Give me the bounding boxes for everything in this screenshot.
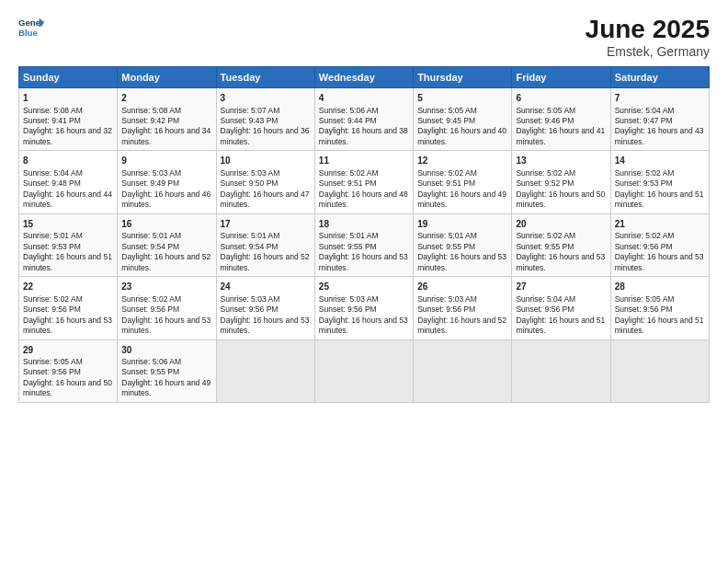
sunset-text: Sunset: 9:43 PM	[221, 116, 279, 125]
sunset-text: Sunset: 9:42 PM	[121, 116, 179, 125]
daylight-text: Daylight: 16 hours and 48 minutes.	[319, 190, 408, 209]
sunrise-text: Sunrise: 5:07 AM	[221, 106, 280, 115]
daylight-text: Daylight: 16 hours and 47 minutes.	[221, 190, 310, 209]
calendar-cell	[216, 339, 314, 402]
calendar-cell: 18Sunrise: 5:01 AMSunset: 9:55 PMDayligh…	[314, 213, 413, 276]
calendar-week-4: 22Sunrise: 5:02 AMSunset: 9:56 PMDayligh…	[19, 277, 710, 339]
sunset-text: Sunset: 9:56 PM	[221, 304, 279, 314]
col-sunday: Sunday	[19, 67, 118, 88]
day-number: 10	[221, 155, 311, 167]
col-saturday: Saturday	[610, 67, 709, 88]
sunrise-text: Sunrise: 5:01 AM	[319, 231, 379, 240]
daylight-text: Daylight: 16 hours and 52 minutes.	[121, 252, 210, 271]
daylight-text: Daylight: 16 hours and 50 minutes.	[23, 378, 112, 397]
calendar-cell: 5Sunrise: 5:05 AMSunset: 9:45 PMDaylight…	[414, 88, 512, 151]
day-number: 30	[121, 344, 211, 357]
sunset-text: Sunset: 9:54 PM	[121, 242, 179, 251]
daylight-text: Daylight: 16 hours and 49 minutes.	[417, 190, 506, 209]
daylight-text: Daylight: 16 hours and 53 minutes.	[221, 316, 310, 335]
calendar-cell: 3Sunrise: 5:07 AMSunset: 9:43 PMDaylight…	[216, 88, 314, 151]
daylight-text: Daylight: 16 hours and 46 minutes.	[121, 190, 210, 209]
sunset-text: Sunset: 9:56 PM	[615, 304, 673, 314]
col-wednesday: Wednesday	[314, 67, 413, 88]
day-number: 21	[615, 218, 705, 231]
sunset-text: Sunset: 9:55 PM	[121, 367, 179, 376]
day-number: 8	[23, 155, 113, 167]
daylight-text: Daylight: 16 hours and 51 minutes.	[23, 252, 112, 271]
calendar-cell: 16Sunrise: 5:01 AMSunset: 9:54 PMDayligh…	[118, 213, 216, 276]
sunset-text: Sunset: 9:49 PM	[121, 178, 179, 188]
sunset-text: Sunset: 9:51 PM	[319, 178, 377, 188]
sunset-text: Sunset: 9:55 PM	[516, 242, 574, 251]
sunrise-text: Sunrise: 5:02 AM	[516, 231, 575, 240]
header-row: Sunday Monday Tuesday Wednesday Thursday…	[19, 67, 710, 88]
calendar-cell: 15Sunrise: 5:01 AMSunset: 9:53 PMDayligh…	[19, 213, 118, 276]
sunset-text: Sunset: 9:53 PM	[23, 242, 81, 251]
sunrise-text: Sunrise: 5:03 AM	[221, 294, 280, 304]
sunset-text: Sunset: 9:53 PM	[615, 178, 673, 188]
day-number: 19	[417, 218, 507, 231]
title-block: June 2025 Emstek, Germany	[586, 15, 710, 59]
sunset-text: Sunset: 9:41 PM	[23, 116, 81, 125]
day-number: 29	[23, 344, 113, 357]
sunset-text: Sunset: 9:56 PM	[23, 367, 81, 376]
day-number: 13	[516, 155, 606, 167]
daylight-text: Daylight: 16 hours and 41 minutes.	[516, 126, 605, 145]
sunrise-text: Sunrise: 5:02 AM	[121, 294, 181, 304]
day-number: 22	[23, 281, 113, 293]
day-number: 4	[319, 92, 409, 105]
sunset-text: Sunset: 9:56 PM	[23, 304, 81, 314]
page-subtitle: Emstek, Germany	[586, 44, 710, 59]
day-number: 12	[417, 155, 507, 167]
col-tuesday: Tuesday	[216, 67, 314, 88]
day-number: 17	[221, 218, 311, 231]
calendar-cell: 6Sunrise: 5:05 AMSunset: 9:46 PMDaylight…	[512, 88, 610, 151]
day-number: 15	[23, 218, 113, 231]
calendar-cell: 20Sunrise: 5:02 AMSunset: 9:55 PMDayligh…	[512, 213, 610, 276]
daylight-text: Daylight: 16 hours and 53 minutes.	[516, 252, 605, 271]
day-number: 28	[615, 281, 705, 293]
sunrise-text: Sunrise: 5:02 AM	[23, 294, 83, 304]
calendar-cell	[414, 339, 512, 402]
calendar-cell: 8Sunrise: 5:04 AMSunset: 9:48 PMDaylight…	[19, 151, 118, 213]
calendar-cell: 26Sunrise: 5:03 AMSunset: 9:56 PMDayligh…	[414, 277, 512, 339]
daylight-text: Daylight: 16 hours and 44 minutes.	[23, 190, 112, 209]
sunrise-text: Sunrise: 5:04 AM	[23, 168, 83, 178]
sunset-text: Sunset: 9:51 PM	[417, 178, 475, 188]
sunset-text: Sunset: 9:56 PM	[516, 304, 574, 314]
sunrise-text: Sunrise: 5:04 AM	[516, 294, 575, 304]
daylight-text: Daylight: 16 hours and 34 minutes.	[121, 126, 210, 145]
calendar-page: General Blue June 2025 Emstek, Germany S…	[0, 0, 728, 563]
daylight-text: Daylight: 16 hours and 43 minutes.	[615, 126, 704, 145]
sunrise-text: Sunrise: 5:02 AM	[615, 231, 675, 240]
sunrise-text: Sunrise: 5:02 AM	[319, 168, 379, 178]
sunrise-text: Sunrise: 5:05 AM	[615, 294, 675, 304]
calendar-cell: 25Sunrise: 5:03 AMSunset: 9:56 PMDayligh…	[314, 277, 413, 339]
page-title: June 2025	[586, 15, 710, 44]
day-number: 14	[615, 155, 705, 167]
calendar-cell: 29Sunrise: 5:05 AMSunset: 9:56 PMDayligh…	[19, 339, 118, 402]
calendar-cell: 9Sunrise: 5:03 AMSunset: 9:49 PMDaylight…	[118, 151, 216, 213]
calendar-cell: 7Sunrise: 5:04 AMSunset: 9:47 PMDaylight…	[610, 88, 709, 151]
sunrise-text: Sunrise: 5:06 AM	[319, 106, 379, 115]
day-number: 18	[319, 218, 409, 231]
day-number: 20	[516, 218, 606, 231]
sunrise-text: Sunrise: 5:08 AM	[23, 106, 83, 115]
calendar-cell	[512, 339, 610, 402]
calendar-cell: 4Sunrise: 5:06 AMSunset: 9:44 PMDaylight…	[314, 88, 413, 151]
daylight-text: Daylight: 16 hours and 53 minutes.	[121, 316, 210, 335]
sunset-text: Sunset: 9:56 PM	[615, 242, 673, 251]
day-number: 26	[417, 281, 507, 293]
sunrise-text: Sunrise: 5:05 AM	[516, 106, 575, 115]
calendar-cell: 24Sunrise: 5:03 AMSunset: 9:56 PMDayligh…	[216, 277, 314, 339]
daylight-text: Daylight: 16 hours and 53 minutes.	[417, 252, 506, 271]
sunset-text: Sunset: 9:47 PM	[615, 116, 673, 125]
calendar-cell: 19Sunrise: 5:01 AMSunset: 9:55 PMDayligh…	[414, 213, 512, 276]
day-number: 16	[121, 218, 211, 231]
day-number: 5	[417, 92, 507, 105]
sunrise-text: Sunrise: 5:03 AM	[121, 168, 181, 178]
sunrise-text: Sunrise: 5:01 AM	[221, 231, 280, 240]
daylight-text: Daylight: 16 hours and 49 minutes.	[121, 378, 210, 397]
daylight-text: Daylight: 16 hours and 52 minutes.	[221, 252, 310, 271]
calendar-week-5: 29Sunrise: 5:05 AMSunset: 9:56 PMDayligh…	[19, 339, 710, 402]
